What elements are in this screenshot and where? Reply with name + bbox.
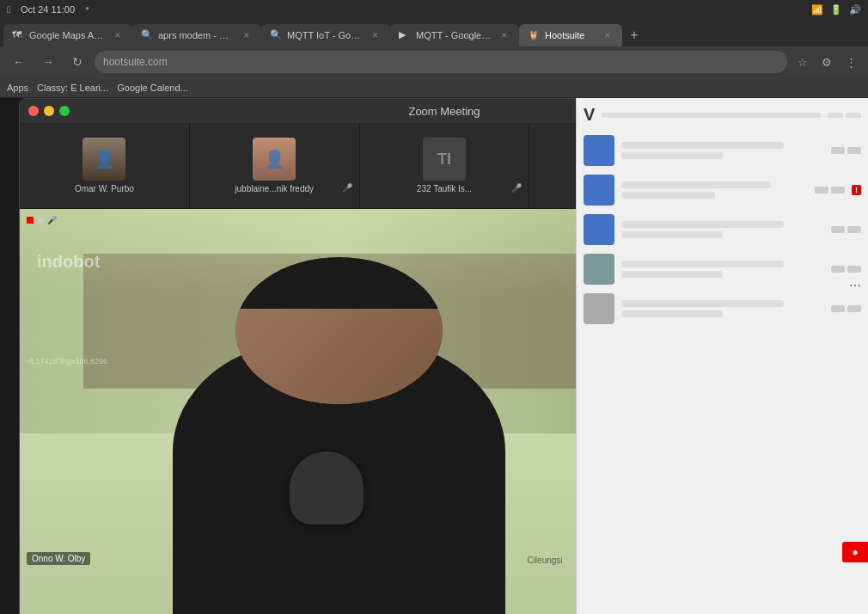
new-tab-button[interactable]: + <box>622 24 646 46</box>
side-action-dot-1a <box>831 147 845 154</box>
navigation-bar: ← → ↻ hootsuite.com ☆ ⚙ ⋮ <box>0 46 868 77</box>
mic-muted-icon-jubblaine: 🎤 <box>342 183 352 193</box>
tab-label-hootsuite: Hootsuite <box>545 30 596 40</box>
bookmark-icon[interactable]: ☆ <box>792 52 813 72</box>
participant-name-jubblaine: jubblaine...nik freddy <box>231 184 317 193</box>
battery-icon: 🔋 <box>830 4 842 15</box>
side-list-item-5[interactable] <box>584 293 861 324</box>
bookmark-calendar-label: Google Calend... <box>117 83 188 93</box>
tab-close-maps[interactable]: ✕ <box>112 29 124 41</box>
zoom-minimize-button[interactable] <box>44 106 54 116</box>
participant-thumb-taufik[interactable]: TI 232 Taufik Is... 🎤 <box>360 123 530 208</box>
side-line-long-4 <box>621 261 784 267</box>
side-list-item-2[interactable]: ! <box>584 175 861 206</box>
participant-thumb-jubblaine[interactable]: 👤 jubblaine...nik freddy 🎤 <box>190 123 360 208</box>
side-line-short-5 <box>621 310 723 317</box>
red-notification-badge: ! <box>852 185 861 195</box>
side-avatar-2 <box>584 175 614 206</box>
side-line-short-1 <box>621 152 723 159</box>
side-line-short-4 <box>621 271 723 278</box>
mic-muted-icon-taufik: 🎤 <box>511 183 522 193</box>
speaker-body <box>131 249 547 614</box>
side-list-item-1[interactable] <box>584 135 861 166</box>
address-bar[interactable]: hootsuite.com <box>95 51 787 73</box>
side-item-action-3 <box>831 226 861 233</box>
tab-favicon-mqtt: ▶ <box>399 29 411 41</box>
coordinates: -6.17418°lng=106.8296 <box>27 357 107 365</box>
side-line-short-3 <box>621 231 723 238</box>
menu-icon[interactable]: ⋮ <box>840 52 861 72</box>
side-line-long-1 <box>621 142 784 149</box>
tab-label-mqtt: MQTT - Google Play <box>416 30 493 40</box>
tab-mqtt[interactable]: ▶ MQTT - Google Play ✕ <box>390 24 519 46</box>
side-action-dot-4a <box>831 266 845 273</box>
side-item-lines-2 <box>621 181 808 199</box>
forward-button[interactable]: → <box>36 50 60 74</box>
browser-chrome: 🗺 Google Maps APRS ✕ 🔍 aprs modem - Goog… <box>0 19 868 98</box>
hair <box>235 257 443 309</box>
side-avatar-4 <box>584 254 614 285</box>
tab-hootsuite[interactable]: 🦉 Hootsuite ✕ <box>519 24 622 46</box>
tab-bar: 🗺 Google Maps APRS ✕ 🔍 aprs modem - Goog… <box>0 19 868 46</box>
side-avatar-3 <box>584 214 614 245</box>
right-panel-content: V <box>577 98 868 340</box>
bookmark-apps[interactable]: Apps <box>7 83 28 93</box>
wifi-icon: 📶 <box>811 4 823 15</box>
microphone <box>290 451 364 525</box>
side-item-lines-3 <box>621 221 824 238</box>
apple-menu[interactable]:  <box>7 4 10 15</box>
tab-close-mqtt[interactable]: ✕ <box>498 29 510 41</box>
side-item-action-2 <box>815 187 845 193</box>
tab-maps[interactable]: 🗺 Google Maps APRS ✕ <box>3 24 132 46</box>
side-list-item-3[interactable] <box>584 214 861 245</box>
macos-left-menu:  Oct 24 11:00 ● <box>7 4 89 15</box>
red-action-button[interactable]: ● <box>842 542 868 562</box>
side-action-dot-5b <box>847 305 861 312</box>
side-action-dot-2b <box>831 187 845 193</box>
side-item-action-5 <box>831 305 861 312</box>
side-dash-2 <box>846 113 861 118</box>
zoom-maximize-button[interactable] <box>59 106 70 116</box>
side-action-dot-5a <box>831 305 845 312</box>
extension-icon[interactable]: ⚙ <box>816 52 837 72</box>
time-display: Oct 24 11:00 <box>21 4 75 15</box>
side-item-lines-1 <box>621 142 824 159</box>
tab-favicon-hootsuite: 🦉 <box>528 29 540 41</box>
recording-controls: ⏹ 🎤 <box>37 216 57 224</box>
side-item-lines-5 <box>621 300 824 317</box>
recording-badge: ⏹ 🎤 <box>27 216 57 224</box>
side-action-dot-4b <box>847 266 861 273</box>
tab-label-maps: Google Maps APRS <box>29 30 107 40</box>
tab-favicon-aprs: 🔍 <box>141 29 153 41</box>
macos-menubar:  Oct 24 11:00 ● 📶 🔋 🔊 <box>0 0 868 19</box>
refresh-button[interactable]: ↻ <box>65 50 89 74</box>
tab-label-aprs: aprs modem - Google Se... <box>158 30 235 40</box>
content-area: Zoom Meeting — □ ✕ 👤 Omar W. Purbo 👤 <box>0 98 868 614</box>
participant-name-taufik: 232 Taufik Is... <box>413 184 475 193</box>
back-button[interactable]: ← <box>7 50 31 74</box>
tab-close-mqtt-iot[interactable]: ✕ <box>370 29 382 41</box>
participant-thumb-omar[interactable]: 👤 Omar W. Purbo <box>20 123 190 208</box>
zoom-close-button[interactable] <box>28 106 39 116</box>
tab-mqtt-iot[interactable]: 🔍 MQTT IoT - Google Search ✕ <box>261 24 390 46</box>
nav-right-icons: ☆ ⚙ ⋮ <box>792 52 861 72</box>
participant-name-omar: Omar W. Purbo <box>71 184 138 193</box>
tab-close-hootsuite[interactable]: ✕ <box>602 29 614 41</box>
tab-aprs[interactable]: 🔍 aprs modem - Google Se... ✕ <box>132 24 261 46</box>
participant-avatar-omar: 👤 <box>83 138 125 181</box>
tab-label-mqtt-iot: MQTT IoT - Google Search <box>287 30 364 40</box>
side-line-long-5 <box>621 300 784 307</box>
side-dash-1 <box>828 113 843 118</box>
side-list-item-4[interactable] <box>584 254 861 285</box>
bookmark-calendar[interactable]: Google Calend... <box>117 83 188 93</box>
more-options-icon[interactable]: ⋯ <box>849 279 861 292</box>
side-item-action-4 <box>831 266 861 273</box>
indobot-watermark: indobot <box>37 252 100 272</box>
side-panel-header: V <box>584 105 861 125</box>
speaker-name-badge: Onno W. Olby <box>27 552 90 565</box>
panel-v-label: V <box>584 105 595 125</box>
bookmark-classy[interactable]: Classy: E Leari... <box>37 83 108 93</box>
panel-header-dashes <box>828 113 861 118</box>
tab-favicon-maps: 🗺 <box>12 29 24 41</box>
tab-close-aprs[interactable]: ✕ <box>241 29 253 41</box>
